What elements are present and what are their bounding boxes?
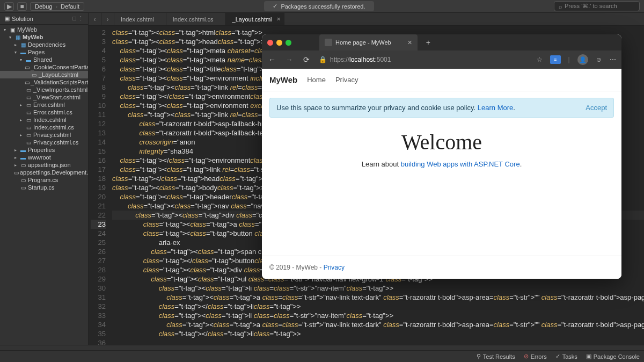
file-item[interactable]: ▭Index.cshtml.cs	[0, 124, 88, 131]
brand-link[interactable]: MyWeb	[269, 75, 297, 84]
page-icon	[325, 39, 332, 46]
close-dot-icon[interactable]	[267, 40, 273, 46]
file-item[interactable]: ▭_ValidationScriptsPartial.cshtml	[0, 78, 88, 86]
lock-icon: 🔒	[319, 56, 327, 63]
page-footer: © 2019 - MyWeb - Privacy	[262, 256, 621, 279]
file-item[interactable]: ▭_ViewStart.cshtml	[0, 93, 88, 101]
check-icon	[273, 3, 277, 10]
cookie-banner: Use this space to summarize your privacy…	[269, 98, 614, 118]
file-item[interactable]: ▸▭Error.cshtml	[0, 101, 88, 108]
properties-folder[interactable]: ▸▬Properties	[0, 146, 88, 154]
page-navbar: MyWeb Home Privacy	[262, 69, 621, 91]
debug-label: Debug	[35, 3, 52, 10]
tab-close-icon[interactable]: ✕	[407, 39, 412, 46]
errors-pad[interactable]: ⊘Errors	[524, 353, 547, 360]
tab-indexcs[interactable]: Index.cshtml.cs	[166, 13, 226, 25]
smiley-icon[interactable]: ☺	[596, 56, 602, 63]
browser-address-bar: ← → ⟳ 🔒 https://localhost:5001 ☆ ≡ | 👤 ☺…	[262, 50, 621, 69]
wwwroot-folder[interactable]: ▸▬wwwroot	[0, 154, 88, 161]
package-icon: ▣	[586, 353, 591, 360]
tab-layout[interactable]: _Layout.cshtml✕	[226, 13, 284, 25]
file-item[interactable]: ▭appsettings.Development.json	[0, 169, 88, 176]
play-button[interactable]: ▶	[4, 2, 14, 11]
editor-tabs: ‹ › Index.cshtml Index.cshtml.cs _Layout…	[89, 13, 644, 26]
file-item[interactable]: ▭Error.cshtml.cs	[0, 108, 88, 116]
more-icon[interactable]: ⋯	[610, 56, 616, 63]
file-item[interactable]: ▭_ViewImports.cshtml	[0, 86, 88, 93]
file-item[interactable]: ▭Startup.cs	[0, 184, 88, 191]
learn-more-link[interactable]: Learn More	[478, 104, 513, 112]
status-badge: Packages successfully restored.	[264, 1, 374, 11]
close-icon[interactable]: ✕	[276, 16, 281, 22]
test-results-pad[interactable]: ⚲Test Results	[477, 353, 515, 360]
file-item[interactable]: ▸▭Privacy.cshtml	[0, 131, 88, 139]
solution-tree: ▾▣MyWeb ▾▦MyWeb ▸▦Dependencies ▾▬Pages ▾…	[0, 25, 88, 345]
profile-avatar[interactable]: 👤	[577, 54, 588, 65]
zoom-dot-icon[interactable]	[286, 40, 291, 46]
square-icon: ▣	[4, 15, 10, 22]
search-icon: ⌕	[559, 3, 562, 10]
check-icon: ✓	[555, 353, 560, 360]
pages-folder[interactable]: ▾▬Pages	[0, 48, 88, 56]
file-item[interactable]: ▭Program.cs	[0, 176, 88, 184]
footer-privacy-link[interactable]: Privacy	[324, 264, 345, 271]
sidebar-header: ▣ Solution □ ⋮	[0, 13, 88, 25]
gear-icon[interactable]: □ ⋮	[72, 15, 84, 22]
solution-node[interactable]: ▾▣MyWeb	[0, 26, 88, 33]
rendered-page: MyWeb Home Privacy Use this space to sum…	[262, 69, 621, 279]
tab-index[interactable]: Index.cshtml	[114, 13, 166, 25]
package-console-pad[interactable]: ▣Package Console	[586, 353, 640, 360]
browser-tab[interactable]: Home page - MyWeb ✕	[319, 34, 418, 50]
privacy-link[interactable]: Privacy	[335, 76, 358, 84]
solution-sidebar: ▣ Solution □ ⋮ ▾▣MyWeb ▾▦MyWeb ▸▦Depende…	[0, 13, 89, 345]
status-bar: ⚲Test Results ⊘Errors ✓Tasks ▣Package Co…	[0, 350, 644, 362]
file-item-selected[interactable]: ▭_Layout.cshtml	[0, 71, 88, 78]
home-link[interactable]: Home	[307, 76, 326, 84]
search-input[interactable]: ⌕ Press '⌘.' to search	[554, 1, 640, 11]
file-item[interactable]: ▸▭Index.cshtml	[0, 116, 88, 124]
file-item[interactable]: ▭_CookieConsentPartial.cshtml	[0, 63, 88, 71]
project-node[interactable]: ▾▦MyWeb	[0, 33, 88, 41]
stop-button[interactable]: ■	[17, 2, 27, 11]
error-icon: ⊘	[524, 353, 529, 360]
back-button[interactable]: ←	[267, 55, 277, 64]
horizontal-scrollbar[interactable]	[0, 345, 644, 350]
tab-history-fwd[interactable]: ›	[101, 13, 114, 25]
accept-button[interactable]: Accept	[586, 104, 607, 112]
minimize-dot-icon[interactable]	[276, 40, 282, 46]
reload-button[interactable]: ⟳	[302, 55, 311, 64]
reader-icon[interactable]: ≡	[550, 55, 561, 64]
welcome-heading: Welcome	[274, 129, 610, 155]
file-item[interactable]: ▭Privacy.cshtml.cs	[0, 139, 88, 146]
config-selector[interactable]: Debug › Default	[30, 2, 84, 11]
favorite-icon[interactable]: ☆	[537, 56, 543, 63]
url-field[interactable]: 🔒 https://localhost:5001	[319, 56, 529, 63]
aspnet-link[interactable]: building Web apps with ASP.NET Core	[401, 160, 520, 168]
tasks-pad[interactable]: ✓Tasks	[555, 353, 577, 360]
tab-history-back[interactable]: ‹	[89, 13, 101, 25]
file-item[interactable]: ▸▭appsettings.json	[0, 161, 88, 169]
forward-button[interactable]: →	[284, 55, 294, 64]
browser-titlebar[interactable]: Home page - MyWeb ✕ +	[262, 34, 621, 50]
new-tab-button[interactable]: +	[426, 38, 430, 47]
dependencies-node[interactable]: ▸▦Dependencies	[0, 41, 88, 48]
top-toolbar: ▶ ■ Debug › Default Packages successfull…	[0, 0, 644, 13]
config-label: Default	[61, 3, 79, 10]
shared-folder[interactable]: ▾▬Shared	[0, 56, 88, 63]
flask-icon: ⚲	[477, 353, 481, 360]
browser-window: Home page - MyWeb ✕ + ← → ⟳ 🔒 https://lo…	[262, 34, 621, 279]
